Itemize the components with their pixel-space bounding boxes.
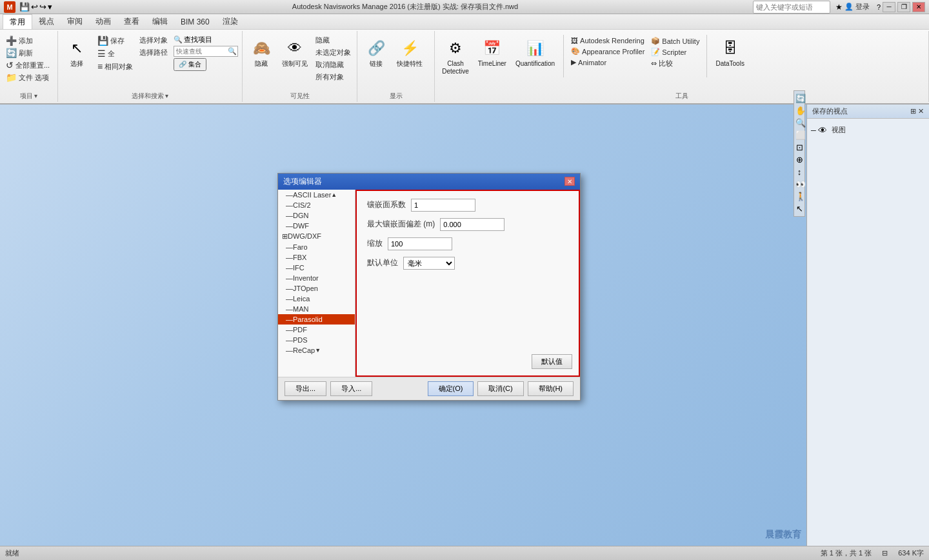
btn-timeliner[interactable]: 📅 TimeLiner xyxy=(475,35,510,70)
btn-select[interactable]: ↖ 选择 xyxy=(62,35,92,70)
quick-find-search-icon[interactable]: 🔍 xyxy=(228,47,237,55)
field4-select[interactable]: 毫米 厘米 米 英寸 英尺 xyxy=(403,257,455,270)
tree-item-cis2[interactable]: — CIS/2 xyxy=(278,200,355,210)
export-btn[interactable]: 导出... xyxy=(285,381,326,396)
tree-item-inventor[interactable]: — Inventor xyxy=(278,273,355,283)
right-panel-tree-item[interactable]: 视图 xyxy=(829,124,848,136)
tab-animation[interactable]: 动画 xyxy=(89,14,117,29)
btn-scripter[interactable]: 📝 Scripter xyxy=(649,47,701,57)
favorites-icon[interactable]: ★ xyxy=(835,3,843,12)
btn-quantification[interactable]: 📊 Quantification xyxy=(512,35,558,70)
btn-unhide-all2[interactable]: 所有对象 xyxy=(314,72,353,83)
tree-item-dwgdxf[interactable]: ⊞ DWG/DXF xyxy=(278,231,355,242)
btn-hide[interactable]: 🙈 隐藏 xyxy=(246,35,276,70)
help-btn[interactable]: ? xyxy=(877,3,881,11)
btn-animator[interactable]: ▶ Animator xyxy=(569,57,646,67)
nav-pan-icon[interactable]: ✋ xyxy=(795,106,803,115)
field1-input[interactable] xyxy=(411,199,475,212)
btn-merge[interactable]: 🔗 集合 xyxy=(174,58,206,71)
tree-item-fbx[interactable]: — FBX xyxy=(278,252,355,263)
tree-item-ascii-laser[interactable]: — ASCII Laser ▲ xyxy=(278,190,355,200)
tree-item-recap[interactable]: — ReCap ▼ xyxy=(278,345,355,355)
tree-item-jtopen[interactable]: — JTOpen xyxy=(278,283,355,294)
undo-icon[interactable]: ↩ xyxy=(31,2,38,12)
form-row-max-deviation: 最大镶嵌面偏差 (m) xyxy=(367,218,568,231)
import-btn[interactable]: 导入... xyxy=(330,381,372,396)
nav-walk-icon[interactable]: 🚶 xyxy=(795,192,803,201)
quick-find-input[interactable] xyxy=(176,48,228,55)
tab-home[interactable]: 常用 xyxy=(3,14,32,29)
field2-input[interactable] xyxy=(440,218,504,231)
redo-icon[interactable]: ↪ xyxy=(39,2,46,12)
scroll-arrow-down[interactable]: ▼ xyxy=(315,347,321,354)
nav-zoom-sel-icon[interactable]: ⊕ xyxy=(795,155,803,165)
nav-zoom-icon[interactable]: 🔍 xyxy=(795,118,803,128)
btn-refresh[interactable]: 🔄 刷新 xyxy=(4,47,54,59)
modal-close-btn[interactable]: ✕ xyxy=(564,177,575,186)
main-viewport[interactable]: 晨霞教育 选项编辑器 ✕ — ASCII Laser xyxy=(0,105,806,546)
hide-icon: 🙈 xyxy=(250,37,273,60)
tree-item-parasolid[interactable]: — Parasolid xyxy=(278,314,355,325)
btn-clash-detective[interactable]: ⚙ ClashDetective xyxy=(439,35,472,77)
modal-title: 选项编辑器 xyxy=(283,176,322,187)
btn-select-obj[interactable]: 选择对象 xyxy=(137,35,170,46)
nav-cursor-icon[interactable]: ↖ xyxy=(795,204,803,214)
btn-hide-unselected[interactable]: 隐藏 xyxy=(314,35,353,46)
quick-save-icon[interactable]: 💾 xyxy=(19,2,30,12)
btn-save-selection[interactable]: 💾 保存 xyxy=(95,35,135,46)
user-icon[interactable]: 👤 xyxy=(844,3,854,11)
btn-add[interactable]: ➕ 添加 xyxy=(4,35,54,46)
btn-quick-props[interactable]: ⚡ 快捷特性 xyxy=(394,35,426,70)
title-search-input[interactable] xyxy=(753,1,830,14)
btn-compare[interactable]: ⇔ 比较 xyxy=(649,58,701,69)
nav-tilt-icon[interactable]: ↕ xyxy=(795,167,803,177)
tab-render[interactable]: 渲染 xyxy=(216,14,245,29)
tree-item-faro[interactable]: — Faro xyxy=(278,242,355,252)
nav-look-icon[interactable]: 👀 xyxy=(795,179,803,189)
scroll-arrow-up[interactable]: ▲ xyxy=(331,192,337,198)
field3-input[interactable] xyxy=(388,237,452,250)
tree-item-dwf[interactable]: — DWF xyxy=(278,221,355,231)
login-btn[interactable]: 登录 xyxy=(855,2,870,12)
btn-link[interactable]: 🔗 链接 xyxy=(361,35,391,70)
tree-item-man[interactable]: — MAN xyxy=(278,304,355,314)
tree-item-leica[interactable]: — Leica xyxy=(278,294,355,304)
tab-bim360[interactable]: BIM 360 xyxy=(174,14,216,29)
panel-undock-btn[interactable]: ⊞ xyxy=(910,107,916,115)
tab-edit[interactable]: 编辑 xyxy=(146,14,174,29)
help-footer-btn[interactable]: 帮助(H) xyxy=(528,381,574,396)
layout-icon[interactable]: ⊟ xyxy=(882,549,888,557)
ribbon-group-project: ➕ 添加 🔄 刷新 ↺ 全部重置... 📁 文件 选项 项目 ▾ xyxy=(0,31,58,102)
btn-hide-unselected2[interactable]: 未选定对象 xyxy=(314,47,353,58)
dropdown-icon[interactable]: ▾ xyxy=(48,2,52,12)
tab-viewpoint[interactable]: 视点 xyxy=(32,14,61,29)
tree-item-pds[interactable]: — PDS xyxy=(278,335,355,345)
btn-select-all[interactable]: ☰ 全 xyxy=(95,48,135,59)
btn-select-path[interactable]: 选择路径 xyxy=(137,47,170,58)
tab-review[interactable]: 审阅 xyxy=(61,14,89,29)
btn-file-selection[interactable]: 📁 文件 选项 xyxy=(4,72,54,83)
cancel-btn[interactable]: 取消(C) xyxy=(477,381,523,396)
close-btn[interactable]: ✕ xyxy=(912,2,925,12)
ok-btn[interactable]: 确定(O) xyxy=(428,381,474,396)
tree-item-pdf[interactable]: — PDF xyxy=(278,325,355,335)
tab-view[interactable]: 查看 xyxy=(117,14,146,29)
nav-zoom-box-icon[interactable]: ⬜ xyxy=(795,130,803,140)
tree-item-ifc[interactable]: — IFC xyxy=(278,263,355,273)
restore-btn[interactable]: ❐ xyxy=(897,2,910,12)
nav-fit-all-icon[interactable]: ⊡ xyxy=(795,143,803,152)
btn-autodesk-rendering[interactable]: 🖼 Autodesk Rendering xyxy=(569,36,646,45)
form-row-tessellation-factor: 镶嵌面系数 xyxy=(367,199,568,212)
btn-datatools[interactable]: 🗄 DataTools xyxy=(712,35,747,70)
default-values-btn[interactable]: 默认值 xyxy=(532,354,572,369)
tree-item-dgn[interactable]: — DGN xyxy=(278,210,355,221)
btn-reset-all[interactable]: ↺ 全部重置... xyxy=(4,59,54,71)
minimize-btn[interactable]: ─ xyxy=(883,2,895,12)
btn-appearance-profiler[interactable]: 🎨 Appearance Profiler xyxy=(569,46,646,56)
btn-select-same[interactable]: ≡ 相同对象 xyxy=(95,61,135,72)
btn-batch-utility[interactable]: 📦 Batch Utility xyxy=(649,36,701,46)
panel-close-btn[interactable]: ✕ xyxy=(918,107,924,115)
btn-unhide-all[interactable]: 取消隐藏 xyxy=(314,59,353,70)
ribbon-group-display: 🔗 链接 ⚡ 快捷特性 显示 xyxy=(357,31,435,102)
btn-force-visible[interactable]: 👁 强制可见 xyxy=(279,35,311,70)
